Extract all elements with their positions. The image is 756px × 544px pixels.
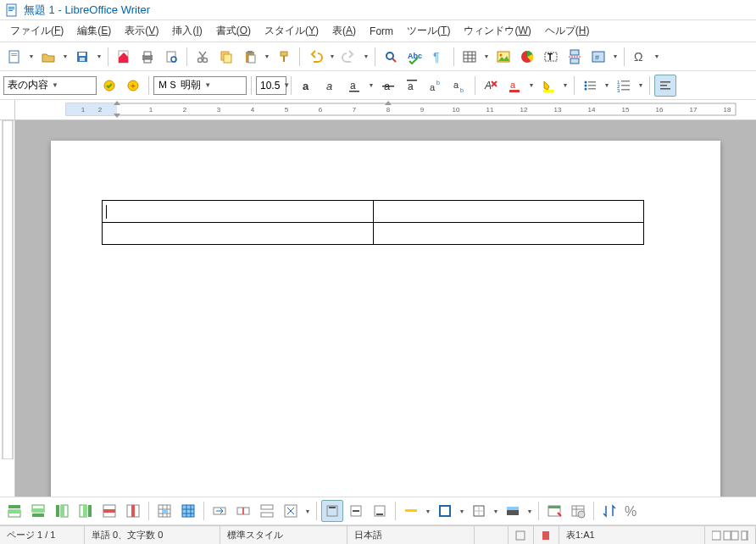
table-cell[interactable] <box>103 223 374 245</box>
copy-icon[interactable] <box>215 46 237 68</box>
page-canvas[interactable] <box>15 120 756 497</box>
borders-dropdown-icon[interactable]: ▼ <box>492 500 500 522</box>
area-style-icon[interactable] <box>502 500 524 522</box>
insert-page-break-icon[interactable] <box>564 46 586 68</box>
status-selection-mode[interactable] <box>509 526 534 544</box>
menu-table[interactable]: 表(A) <box>325 21 363 41</box>
paragraph-style-combo[interactable]: 表の内容▼ <box>3 76 97 95</box>
select-table-icon[interactable] <box>177 500 199 522</box>
insert-field-icon[interactable]: # <box>587 46 609 68</box>
highlight-dropdown-icon[interactable]: ▼ <box>561 75 570 97</box>
insert-table-icon[interactable] <box>459 46 481 68</box>
status-word-count[interactable]: 単語 0、文字数 0 <box>85 526 220 544</box>
undo-dropdown-icon[interactable]: ▼ <box>328 46 336 68</box>
font-size-combo[interactable]: 10.5▼ <box>256 76 286 95</box>
strikethrough-icon[interactable]: a <box>377 75 399 97</box>
undo-icon[interactable] <box>304 46 326 68</box>
insert-chart-icon[interactable] <box>516 46 538 68</box>
vertical-ruler[interactable] <box>0 120 15 497</box>
insert-col-right-icon[interactable] <box>75 500 97 522</box>
border-color-dropdown-icon[interactable]: ▼ <box>458 500 466 522</box>
table-cell[interactable] <box>373 201 644 223</box>
autoformat-icon[interactable] <box>543 500 565 522</box>
status-page[interactable]: ページ 1 / 1 <box>0 526 85 544</box>
menu-file[interactable]: ファイル(F) <box>3 21 70 41</box>
underline-icon[interactable]: a <box>343 75 365 97</box>
menu-insert[interactable]: 挿入(I) <box>165 21 208 41</box>
specialchar-dropdown-icon[interactable]: ▼ <box>653 46 661 68</box>
table-cell[interactable] <box>373 223 644 245</box>
area-dropdown-icon[interactable]: ▼ <box>525 500 534 522</box>
menu-window[interactable]: ウィンドウ(W) <box>457 21 537 41</box>
formatting-marks-icon[interactable]: ¶ <box>427 46 449 68</box>
update-style-icon[interactable] <box>98 75 120 97</box>
insert-image-icon[interactable] <box>492 46 514 68</box>
bullet-list-icon[interactable] <box>579 75 601 97</box>
split-table-icon[interactable] <box>256 500 278 522</box>
table-row[interactable] <box>103 201 644 223</box>
field-dropdown-icon[interactable]: ▼ <box>611 46 620 68</box>
bullet-dropdown-icon[interactable]: ▼ <box>603 75 611 97</box>
status-view-layout[interactable] <box>705 526 756 544</box>
table-dropdown-icon[interactable]: ▼ <box>482 46 491 68</box>
superscript-icon[interactable]: ab <box>425 75 447 97</box>
table-cell[interactable] <box>103 201 374 223</box>
number-dropdown-icon[interactable]: ▼ <box>636 75 645 97</box>
print-icon[interactable] <box>136 46 158 68</box>
special-character-icon[interactable]: Ω <box>629 46 651 68</box>
align-left-icon[interactable] <box>654 75 676 97</box>
open-icon[interactable] <box>37 46 59 68</box>
new-icon[interactable] <box>3 46 25 68</box>
font-color-dropdown-icon[interactable]: ▼ <box>527 75 536 97</box>
font-color-icon[interactable]: a <box>503 75 525 97</box>
select-cell-icon[interactable] <box>153 500 175 522</box>
new-style-icon[interactable]: + <box>122 75 144 97</box>
menu-format[interactable]: 書式(O) <box>209 21 258 41</box>
status-signature[interactable] <box>534 526 559 544</box>
highlight-color-icon[interactable] <box>537 75 559 97</box>
paste-icon[interactable] <box>239 46 261 68</box>
document-table[interactable] <box>102 200 644 245</box>
bold-icon[interactable]: a <box>296 75 318 97</box>
overline-icon[interactable]: a <box>401 75 423 97</box>
valign-middle-icon[interactable] <box>345 500 367 522</box>
horizontal-ruler[interactable]: 12 123 456 789 101112 131415 161718 <box>15 100 756 119</box>
cut-icon[interactable] <box>192 46 214 68</box>
save-dropdown-icon[interactable]: ▼ <box>95 46 103 68</box>
export-pdf-icon[interactable] <box>113 46 135 68</box>
menu-help[interactable]: ヘルプ(H) <box>538 21 597 41</box>
menu-styles[interactable]: スタイル(Y) <box>258 21 325 41</box>
delete-row-icon[interactable] <box>98 500 120 522</box>
valign-bottom-icon[interactable] <box>369 500 391 522</box>
border-style-dropdown-icon[interactable]: ▼ <box>424 500 432 522</box>
merge-cells-icon[interactable] <box>208 500 231 522</box>
underline-dropdown-icon[interactable]: ▼ <box>367 75 375 97</box>
find-replace-icon[interactable] <box>380 46 402 68</box>
split-cells-icon[interactable] <box>232 500 254 522</box>
redo-dropdown-icon[interactable]: ▼ <box>362 46 370 68</box>
number-list-icon[interactable]: 123 <box>613 75 635 97</box>
border-style-icon[interactable] <box>400 500 422 522</box>
optimize-size-icon[interactable] <box>280 500 302 522</box>
optimize-dropdown-icon[interactable]: ▼ <box>303 500 312 522</box>
menu-form[interactable]: Form <box>363 23 400 40</box>
table-row[interactable] <box>103 223 644 245</box>
new-dropdown-icon[interactable]: ▼ <box>27 46 36 68</box>
sort-icon[interactable] <box>598 500 620 522</box>
font-name-combo[interactable]: ＭＳ 明朝▼ <box>153 76 247 95</box>
insert-col-left-icon[interactable] <box>51 500 73 522</box>
borders-icon[interactable] <box>468 500 490 522</box>
open-dropdown-icon[interactable]: ▼ <box>61 46 69 68</box>
subscript-icon[interactable]: ab <box>448 75 470 97</box>
insert-row-above-icon[interactable] <box>3 500 25 522</box>
menu-tools[interactable]: ツール(T) <box>400 21 457 41</box>
status-language[interactable]: 日本語 <box>347 526 475 544</box>
print-preview-icon[interactable] <box>160 46 182 68</box>
spellcheck-icon[interactable]: Abc <box>403 46 425 68</box>
clear-formatting-icon[interactable]: A <box>480 75 502 97</box>
menu-edit[interactable]: 編集(E) <box>70 21 118 41</box>
paste-dropdown-icon[interactable]: ▼ <box>263 46 271 68</box>
valign-top-icon[interactable] <box>321 500 343 522</box>
border-color-icon[interactable] <box>434 500 456 522</box>
table-properties-icon[interactable] <box>567 500 589 522</box>
